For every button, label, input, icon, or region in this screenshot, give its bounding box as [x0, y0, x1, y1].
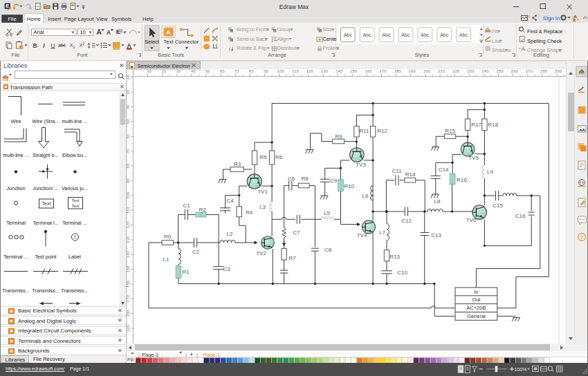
svg-text:Junction/ ...: Junction/ ...	[33, 185, 58, 191]
svg-text:Abc: Abc	[440, 32, 449, 37]
svg-text:C1: C1	[183, 203, 190, 209]
svg-text:Center: Center	[323, 36, 339, 42]
svg-text:Text: Text	[164, 39, 174, 45]
svg-text:180: 180	[127, 310, 130, 317]
svg-text:Transmiss...: Transmiss...	[61, 288, 88, 294]
svg-text:Abc: Abc	[421, 32, 430, 37]
svg-text:TV3: TV3	[356, 162, 366, 168]
svg-text:Align: Align	[277, 36, 289, 42]
svg-text:C6: C6	[288, 176, 295, 182]
svg-text:2: 2	[73, 45, 75, 49]
svg-text:280: 280	[540, 69, 548, 73]
svg-text:Send to Back: Send to Back	[237, 36, 268, 42]
svg-text:100: 100	[277, 69, 285, 73]
svg-text:60: 60	[220, 69, 225, 73]
svg-text:150: 150	[350, 69, 358, 73]
svg-text:TV4: TV4	[357, 232, 367, 238]
svg-text:Text: Text	[71, 198, 79, 203]
svg-text:Out: Out	[472, 297, 481, 303]
svg-text:Select: Select	[145, 39, 160, 45]
svg-text:80: 80	[127, 163, 130, 168]
svg-text:R14: R14	[405, 171, 416, 178]
svg-text:R6: R6	[275, 154, 283, 160]
svg-text:90: 90	[264, 69, 268, 73]
svg-text:110: 110	[127, 207, 130, 214]
svg-text:Sign In: Sign In	[543, 15, 560, 21]
svg-text:C9: C9	[330, 178, 338, 184]
svg-text:240: 240	[481, 69, 489, 73]
svg-text:Font: Font	[77, 52, 88, 58]
svg-text:Transmiss...: Transmiss...	[2, 288, 29, 294]
svg-text:TV6: TV6	[466, 217, 477, 223]
svg-text:View: View	[96, 16, 108, 22]
svg-text:Shadow: Shadow	[492, 47, 511, 53]
svg-text:?: ?	[580, 234, 584, 241]
svg-text:210: 210	[438, 69, 445, 73]
svg-text:2: 2	[82, 41, 84, 46]
svg-text:260: 260	[511, 69, 519, 73]
svg-text:A: A	[166, 28, 171, 36]
svg-text:B: B	[33, 42, 37, 49]
svg-text:Various ju...: Various ju...	[62, 185, 88, 191]
svg-text:C13: C13	[431, 232, 441, 238]
svg-text:General: General	[467, 313, 486, 319]
svg-text:File: File	[8, 16, 16, 22]
svg-text:A: A	[127, 42, 131, 49]
svg-text:R18: R18	[488, 122, 498, 128]
svg-text:Text: Text	[71, 203, 79, 207]
svg-text:Abc: Abc	[401, 32, 410, 37]
svg-text:L1: L1	[163, 256, 169, 263]
svg-text:Arrange: Arrange	[268, 52, 286, 58]
svg-text:L2: L2	[227, 231, 233, 237]
svg-text:Abc: Abc	[363, 32, 372, 37]
svg-text:30: 30	[176, 69, 181, 73]
svg-text:R9: R9	[335, 133, 342, 140]
svg-text:90: 90	[127, 178, 130, 182]
svg-text:C15: C15	[493, 203, 503, 209]
svg-text:230: 230	[467, 69, 475, 73]
svg-text:140: 140	[127, 251, 130, 258]
svg-text:C10: C10	[397, 270, 407, 276]
svg-text:R11: R11	[359, 128, 369, 134]
svg-text:C2: C2	[192, 249, 200, 255]
svg-text:140: 140	[336, 69, 343, 73]
svg-text:50: 50	[127, 119, 130, 124]
svg-text:L5: L5	[324, 210, 330, 216]
svg-text:R1: R1	[182, 269, 190, 275]
svg-text:Edraw Max: Edraw Max	[279, 3, 309, 10]
svg-text:Spelling Check: Spelling Check	[527, 38, 562, 44]
svg-text:+: +	[36, 3, 39, 10]
svg-text:Arial: Arial	[34, 29, 44, 35]
svg-text:130: 130	[127, 236, 130, 243]
svg-text:TV2: TV2	[256, 250, 266, 256]
svg-text:Change Shape: Change Shape	[527, 47, 562, 53]
svg-text:TV1: TV1	[257, 189, 268, 195]
svg-text:70: 70	[127, 149, 130, 153]
svg-text:U: U	[50, 42, 55, 49]
svg-text:Home: Home	[27, 16, 41, 22]
svg-text:190: 190	[409, 69, 416, 73]
svg-text:150: 150	[127, 265, 130, 273]
svg-text:10: 10	[147, 69, 151, 73]
svg-text:Bring to Front: Bring to Front	[237, 26, 268, 32]
svg-text:R8: R8	[301, 176, 309, 182]
svg-text:R16: R16	[457, 177, 467, 183]
svg-text:70: 70	[235, 69, 239, 73]
svg-text:80: 80	[249, 69, 254, 73]
svg-text:R17: R17	[471, 122, 481, 128]
svg-text:Symbols: Symbols	[111, 16, 131, 22]
svg-text:L8: L8	[434, 198, 441, 205]
svg-text:Terminal ...: Terminal ...	[3, 254, 28, 260]
svg-text:Straight b...: Straight b...	[33, 152, 58, 158]
svg-text:C14: C14	[439, 167, 449, 173]
svg-text:50: 50	[205, 69, 210, 73]
svg-text:Page Layout: Page Layout	[64, 16, 95, 22]
svg-text:290: 290	[555, 69, 562, 73]
svg-text:A: A	[107, 29, 111, 36]
svg-text:100: 100	[127, 191, 130, 199]
svg-text:Find & Replace: Find & Replace	[527, 28, 562, 35]
svg-text:Label: Label	[68, 254, 81, 260]
svg-text:Elbow bu...: Elbow bu...	[62, 152, 87, 158]
svg-text:R4: R4	[246, 209, 253, 216]
svg-text:L7: L7	[379, 229, 385, 236]
